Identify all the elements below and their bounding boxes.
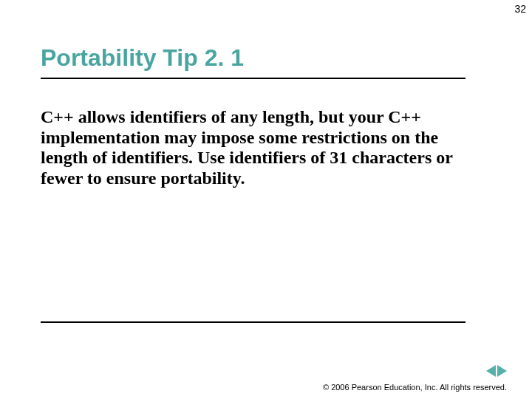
nav-arrows (486, 365, 507, 377)
copyright-text: © 2006 Pearson Education, Inc. All right… (323, 383, 507, 392)
page-number: 32 (514, 3, 526, 15)
page-title: Portability Tip 2. 1 (41, 44, 244, 72)
body-text: C++ allows identifiers of any length, bu… (41, 107, 466, 188)
divider-top (41, 78, 466, 79)
next-arrow-icon[interactable] (497, 365, 507, 377)
prev-arrow-icon[interactable] (486, 365, 496, 377)
divider-bottom (41, 321, 466, 323)
